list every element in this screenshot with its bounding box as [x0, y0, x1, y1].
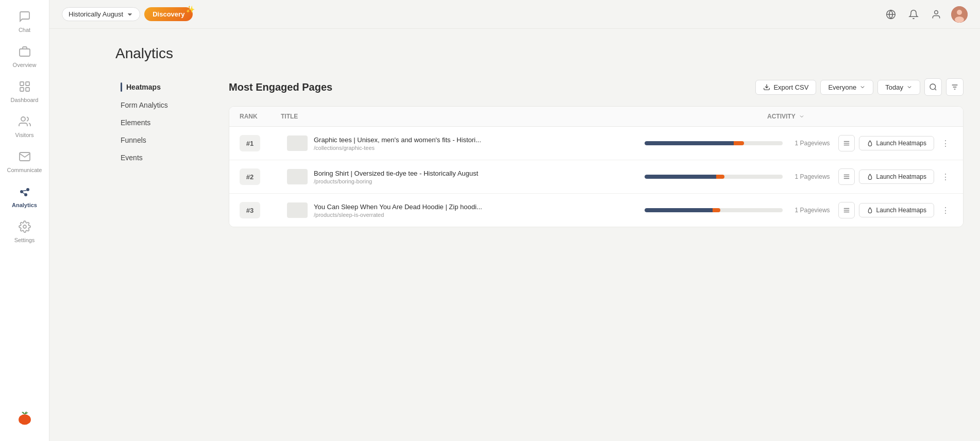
sidebar-item-dashboard[interactable]: Dashboard — [4, 75, 45, 108]
row-rank-3: #3 — [240, 202, 281, 218]
content-layout: Heatmaps Form Analytics Elements Funnels… — [115, 78, 964, 227]
pageviews-2: 1 Pageviews — [789, 173, 830, 180]
list-icon-button-2[interactable] — [838, 168, 855, 185]
nav-item-heatmaps[interactable]: Heatmaps — [115, 78, 208, 96]
launch-heatmaps-button-1[interactable]: Launch Heatmaps — [859, 136, 934, 150]
svg-point-12 — [19, 414, 31, 425]
svg-point-20 — [930, 84, 936, 90]
page-url-1: /collections/graphic-tees — [314, 145, 645, 151]
page-name-1: Graphic tees | Unisex, men's and women's… — [314, 136, 645, 144]
progress-bar-3 — [645, 208, 783, 212]
col-activity-header: Activity — [767, 113, 953, 120]
launch-heatmaps-button-3[interactable]: Launch Heatmaps — [859, 203, 934, 217]
svg-point-18 — [955, 16, 964, 23]
sort-icon — [799, 113, 805, 120]
sidebar-item-overview-label: Overview — [13, 62, 37, 68]
sidebar-item-chat[interactable]: Chat — [4, 5, 45, 38]
flame-icon — [867, 207, 873, 214]
sidebar-item-visitors-label: Visitors — [15, 132, 34, 138]
sidebar-item-analytics[interactable]: Analytics — [4, 180, 45, 213]
sidebar-item-settings[interactable]: Settings — [4, 215, 45, 248]
filter-everyone-button[interactable]: Everyone — [820, 80, 873, 95]
sidebar-item-communicate[interactable]: Communicate — [4, 145, 45, 178]
data-table: Rank Title Activity #1 Graphic tees | Un… — [229, 106, 964, 227]
site-selector[interactable]: Historically August — [62, 7, 140, 21]
page-name-3: You Can Sleep When You Are Dead Hoodie |… — [314, 203, 645, 211]
globe-icon-button[interactable] — [883, 7, 899, 22]
more-menu-button-1[interactable]: ⋮ — [938, 136, 953, 150]
rank-badge-1: #1 — [240, 135, 260, 151]
list-icon — [843, 207, 850, 214]
list-icon-button-3[interactable] — [838, 202, 855, 218]
search-icon-button[interactable] — [924, 78, 942, 96]
user-circle-icon-button[interactable] — [928, 7, 944, 22]
page-thumbnail-1 — [287, 135, 308, 151]
more-menu-button-3[interactable]: ⋮ — [938, 203, 953, 217]
analytics-icon — [19, 185, 31, 200]
nav-item-events[interactable]: Events — [115, 149, 208, 166]
more-menu-button-2[interactable]: ⋮ — [938, 169, 953, 184]
user-avatar[interactable] — [951, 6, 968, 23]
col-title-header: Title — [281, 113, 767, 120]
filter-icon-button[interactable] — [946, 78, 964, 96]
nav-item-form-analytics[interactable]: Form Analytics — [115, 97, 208, 113]
row-rank-1: #1 — [240, 135, 281, 151]
chevron-down-icon — [859, 84, 866, 90]
progress-fill-1 — [645, 141, 744, 145]
launch-heatmaps-button-2[interactable]: Launch Heatmaps — [859, 169, 934, 184]
page-info-1: Graphic tees | Unisex, men's and women's… — [314, 136, 645, 151]
content-area: Most Engaged Pages Export CSV Everyone — [229, 78, 964, 227]
filter-today-button[interactable]: Today — [877, 80, 920, 95]
sidebar-item-overview[interactable]: Overview — [4, 40, 45, 73]
progress-fill-3 — [645, 208, 720, 212]
list-icon — [843, 140, 850, 147]
discovery-button[interactable]: Discovery ✨ — [144, 7, 193, 21]
sparkle-icon: ✨ — [186, 5, 195, 13]
filter-today-label: Today — [885, 83, 903, 91]
notification-icon-button[interactable] — [906, 7, 921, 22]
topbar-right — [883, 6, 968, 23]
app-logo — [16, 401, 33, 437]
svg-rect-3 — [20, 88, 24, 91]
svg-point-7 — [26, 188, 29, 191]
table-row: #1 Graphic tees | Unisex, men's and wome… — [229, 127, 963, 160]
svg-rect-1 — [20, 82, 24, 86]
site-selector-label: Historically August — [69, 10, 123, 18]
table-row: #2 Boring Shirt | Oversized tie-dye tee … — [229, 160, 963, 194]
rank-badge-2: #2 — [240, 168, 260, 185]
topbar-left: Historically August Discovery ✨ — [62, 7, 883, 21]
pageviews-3: 1 Pageviews — [789, 207, 830, 214]
progress-dark-3 — [645, 208, 713, 212]
progress-dark-1 — [645, 141, 734, 145]
topbar: Historically August Discovery ✨ — [49, 0, 980, 29]
nav-item-elements[interactable]: Elements — [115, 114, 208, 131]
settings-icon — [19, 220, 31, 235]
page-info-2: Boring Shirt | Oversized tie-dye tee - H… — [314, 169, 645, 184]
sidebar-item-analytics-label: Analytics — [12, 202, 37, 208]
activity-col-2: 1 Pageviews — [645, 173, 830, 180]
progress-bar-2 — [645, 175, 783, 179]
sidebar-item-visitors[interactable]: Visitors — [4, 110, 45, 143]
section-header: Most Engaged Pages Export CSV Everyone — [229, 78, 964, 96]
main-content: Analytics Heatmaps Form Analytics Elemen… — [99, 29, 980, 441]
list-icon-button-1[interactable] — [838, 135, 855, 151]
svg-point-11 — [23, 225, 26, 228]
visitors-icon — [19, 115, 31, 130]
filter-icon — [951, 83, 959, 91]
overview-icon — [19, 45, 31, 60]
progress-fill-2 — [645, 175, 724, 179]
page-url-2: /products/boring-boring — [314, 178, 645, 184]
progress-bar-1 — [645, 141, 783, 145]
sidebar: Chat Overview Dashboard — [0, 0, 49, 441]
page-info-3: You Can Sleep When You Are Dead Hoodie |… — [314, 203, 645, 218]
page-thumbnail-2 — [287, 169, 308, 184]
communicate-icon — [19, 150, 31, 165]
nav-item-funnels[interactable]: Funnels — [115, 132, 208, 148]
svg-rect-4 — [26, 88, 29, 91]
activity-col-3: 1 Pageviews — [645, 207, 830, 214]
pageviews-1: 1 Pageviews — [789, 140, 830, 147]
sidebar-item-chat-label: Chat — [19, 27, 30, 33]
export-csv-button[interactable]: Export CSV — [755, 80, 816, 95]
section-controls: Export CSV Everyone Today — [755, 78, 964, 96]
row-actions-1: Launch Heatmaps ⋮ — [838, 135, 953, 151]
